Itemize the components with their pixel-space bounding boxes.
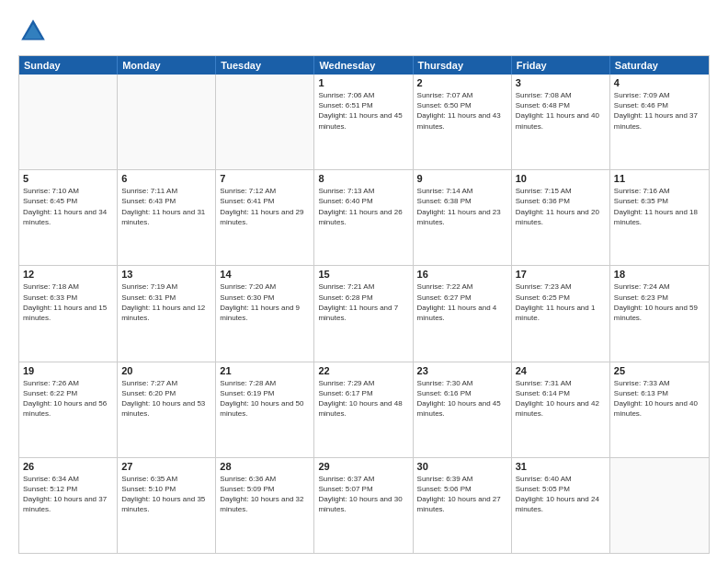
cell-content: Sunrise: 7:08 AM Sunset: 6:48 PM Dayligh… <box>516 90 606 132</box>
cell-content: Sunrise: 7:06 AM Sunset: 6:51 PM Dayligh… <box>318 90 408 132</box>
day-number: 10 <box>516 173 606 184</box>
day-number: 16 <box>417 269 507 280</box>
cal-cell: 13Sunrise: 7:19 AM Sunset: 6:31 PM Dayli… <box>118 266 216 361</box>
cell-content: Sunrise: 7:18 AM Sunset: 6:33 PM Dayligh… <box>23 282 113 323</box>
day-number: 6 <box>121 173 211 184</box>
day-number: 20 <box>121 365 211 376</box>
cal-cell: 7Sunrise: 7:12 AM Sunset: 6:41 PM Daylig… <box>216 170 314 265</box>
day-number: 27 <box>121 461 211 472</box>
cell-content: Sunrise: 7:15 AM Sunset: 6:36 PM Dayligh… <box>516 186 606 227</box>
calendar-body: 1Sunrise: 7:06 AM Sunset: 6:51 PM Daylig… <box>19 75 709 553</box>
day-number: 31 <box>516 461 606 472</box>
day-number: 13 <box>121 269 211 280</box>
cal-cell <box>118 75 216 169</box>
cal-cell: 24Sunrise: 7:31 AM Sunset: 6:14 PM Dayli… <box>512 362 610 457</box>
cal-cell: 25Sunrise: 7:33 AM Sunset: 6:13 PM Dayli… <box>610 362 709 457</box>
header-day-wednesday: Wednesday <box>314 56 413 75</box>
day-number: 22 <box>318 365 408 376</box>
cal-cell <box>216 75 314 169</box>
day-number: 28 <box>220 461 310 472</box>
day-number: 7 <box>220 173 310 184</box>
cell-content: Sunrise: 7:24 AM Sunset: 6:23 PM Dayligh… <box>614 282 705 323</box>
cal-cell: 30Sunrise: 6:39 AM Sunset: 5:06 PM Dayli… <box>414 458 512 553</box>
day-number: 19 <box>23 365 113 376</box>
cell-content: Sunrise: 7:12 AM Sunset: 6:41 PM Dayligh… <box>220 186 310 227</box>
cal-cell: 8Sunrise: 7:13 AM Sunset: 6:40 PM Daylig… <box>314 170 413 265</box>
cell-content: Sunrise: 7:10 AM Sunset: 6:45 PM Dayligh… <box>23 186 113 227</box>
cell-content: Sunrise: 7:22 AM Sunset: 6:27 PM Dayligh… <box>417 282 507 323</box>
header-day-saturday: Saturday <box>610 56 709 75</box>
calendar: SundayMondayTuesdayWednesdayThursdayFrid… <box>18 55 710 554</box>
cell-content: Sunrise: 7:31 AM Sunset: 6:14 PM Dayligh… <box>516 378 606 419</box>
day-number: 1 <box>318 77 408 88</box>
cell-content: Sunrise: 7:21 AM Sunset: 6:28 PM Dayligh… <box>318 282 408 323</box>
day-number: 26 <box>23 461 113 472</box>
cal-cell: 31Sunrise: 6:40 AM Sunset: 5:05 PM Dayli… <box>512 458 610 553</box>
cell-content: Sunrise: 6:35 AM Sunset: 5:10 PM Dayligh… <box>121 474 211 515</box>
day-number: 24 <box>516 365 606 376</box>
calendar-row-2: 12Sunrise: 7:18 AM Sunset: 6:33 PM Dayli… <box>19 265 709 361</box>
cal-cell: 21Sunrise: 7:28 AM Sunset: 6:19 PM Dayli… <box>216 362 314 457</box>
header-day-tuesday: Tuesday <box>216 56 314 75</box>
day-number: 21 <box>220 365 310 376</box>
cell-content: Sunrise: 6:40 AM Sunset: 5:05 PM Dayligh… <box>516 474 606 515</box>
header-day-friday: Friday <box>512 56 610 75</box>
calendar-row-0: 1Sunrise: 7:06 AM Sunset: 6:51 PM Daylig… <box>19 75 709 169</box>
header <box>18 17 710 46</box>
cell-content: Sunrise: 6:36 AM Sunset: 5:09 PM Dayligh… <box>220 474 310 515</box>
day-number: 9 <box>417 173 507 184</box>
day-number: 5 <box>23 173 113 184</box>
day-number: 17 <box>516 269 606 280</box>
calendar-row-3: 19Sunrise: 7:26 AM Sunset: 6:22 PM Dayli… <box>19 362 709 457</box>
day-number: 14 <box>220 269 310 280</box>
cell-content: Sunrise: 7:09 AM Sunset: 6:46 PM Dayligh… <box>614 90 705 132</box>
calendar-row-1: 5Sunrise: 7:10 AM Sunset: 6:45 PM Daylig… <box>19 169 709 265</box>
day-number: 8 <box>318 173 408 184</box>
cell-content: Sunrise: 7:07 AM Sunset: 6:50 PM Dayligh… <box>417 90 507 132</box>
cell-content: Sunrise: 6:34 AM Sunset: 5:12 PM Dayligh… <box>23 474 113 515</box>
day-number: 11 <box>614 173 705 184</box>
cell-content: Sunrise: 7:14 AM Sunset: 6:38 PM Dayligh… <box>417 186 507 227</box>
header-day-monday: Monday <box>118 56 216 75</box>
day-number: 2 <box>417 77 507 88</box>
cal-cell: 18Sunrise: 7:24 AM Sunset: 6:23 PM Dayli… <box>610 266 709 361</box>
day-number: 23 <box>417 365 507 376</box>
cell-content: Sunrise: 7:29 AM Sunset: 6:17 PM Dayligh… <box>318 378 408 419</box>
cal-cell: 22Sunrise: 7:29 AM Sunset: 6:17 PM Dayli… <box>314 362 413 457</box>
cal-cell: 1Sunrise: 7:06 AM Sunset: 6:51 PM Daylig… <box>314 75 413 169</box>
cal-cell: 6Sunrise: 7:11 AM Sunset: 6:43 PM Daylig… <box>118 170 216 265</box>
cell-content: Sunrise: 6:37 AM Sunset: 5:07 PM Dayligh… <box>318 474 408 515</box>
cal-cell: 28Sunrise: 6:36 AM Sunset: 5:09 PM Dayli… <box>216 458 314 553</box>
cal-cell: 2Sunrise: 7:07 AM Sunset: 6:50 PM Daylig… <box>414 75 512 169</box>
logo-icon <box>18 17 48 46</box>
cal-cell: 4Sunrise: 7:09 AM Sunset: 6:46 PM Daylig… <box>610 75 709 169</box>
cal-cell: 23Sunrise: 7:30 AM Sunset: 6:16 PM Dayli… <box>414 362 512 457</box>
cal-cell: 16Sunrise: 7:22 AM Sunset: 6:27 PM Dayli… <box>414 266 512 361</box>
day-number: 15 <box>318 269 408 280</box>
cal-cell: 26Sunrise: 6:34 AM Sunset: 5:12 PM Dayli… <box>19 458 118 553</box>
cell-content: Sunrise: 7:23 AM Sunset: 6:25 PM Dayligh… <box>516 282 606 323</box>
cell-content: Sunrise: 7:33 AM Sunset: 6:13 PM Dayligh… <box>614 378 705 419</box>
cell-content: Sunrise: 7:30 AM Sunset: 6:16 PM Dayligh… <box>417 378 507 419</box>
cal-cell: 19Sunrise: 7:26 AM Sunset: 6:22 PM Dayli… <box>19 362 118 457</box>
cell-content: Sunrise: 7:16 AM Sunset: 6:35 PM Dayligh… <box>614 186 705 227</box>
day-number: 25 <box>614 365 705 376</box>
cell-content: Sunrise: 7:26 AM Sunset: 6:22 PM Dayligh… <box>23 378 113 419</box>
cell-content: Sunrise: 6:39 AM Sunset: 5:06 PM Dayligh… <box>417 474 507 515</box>
day-number: 4 <box>614 77 705 88</box>
cal-cell: 3Sunrise: 7:08 AM Sunset: 6:48 PM Daylig… <box>512 75 610 169</box>
cell-content: Sunrise: 7:11 AM Sunset: 6:43 PM Dayligh… <box>121 186 211 227</box>
cal-cell: 20Sunrise: 7:27 AM Sunset: 6:20 PM Dayli… <box>118 362 216 457</box>
logo <box>18 17 51 46</box>
cal-cell: 15Sunrise: 7:21 AM Sunset: 6:28 PM Dayli… <box>314 266 413 361</box>
cell-content: Sunrise: 7:28 AM Sunset: 6:19 PM Dayligh… <box>220 378 310 419</box>
day-number: 3 <box>516 77 606 88</box>
cal-cell <box>19 75 118 169</box>
cal-cell <box>610 458 709 553</box>
cal-cell: 10Sunrise: 7:15 AM Sunset: 6:36 PM Dayli… <box>512 170 610 265</box>
cal-cell: 11Sunrise: 7:16 AM Sunset: 6:35 PM Dayli… <box>610 170 709 265</box>
page: SundayMondayTuesdayWednesdayThursdayFrid… <box>0 0 728 563</box>
cal-cell: 14Sunrise: 7:20 AM Sunset: 6:30 PM Dayli… <box>216 266 314 361</box>
cell-content: Sunrise: 7:20 AM Sunset: 6:30 PM Dayligh… <box>220 282 310 323</box>
cal-cell: 27Sunrise: 6:35 AM Sunset: 5:10 PM Dayli… <box>118 458 216 553</box>
